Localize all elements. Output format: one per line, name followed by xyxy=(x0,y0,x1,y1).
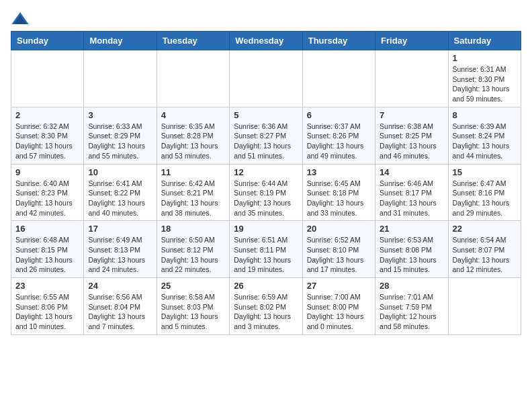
day-info: Sunrise: 6:59 AM Sunset: 8:02 PM Dayligh… xyxy=(234,292,298,332)
calendar-day-cell xyxy=(84,50,157,107)
day-number: 15 xyxy=(453,167,517,177)
calendar-day-cell xyxy=(230,50,302,107)
weekday-header: Sunday xyxy=(11,32,84,50)
day-info: Sunrise: 6:40 AM Sunset: 8:23 PM Dayligh… xyxy=(15,179,79,218)
logo xyxy=(11,11,32,26)
calendar-day-cell xyxy=(375,50,448,107)
calendar-day-cell: 20Sunrise: 6:52 AM Sunset: 8:10 PM Dayli… xyxy=(302,221,375,278)
calendar-day-cell: 19Sunrise: 6:51 AM Sunset: 8:11 PM Dayli… xyxy=(230,221,302,278)
day-number: 25 xyxy=(161,281,225,291)
weekday-header: Monday xyxy=(84,32,157,50)
day-info: Sunrise: 6:54 AM Sunset: 8:07 PM Dayligh… xyxy=(453,235,517,275)
day-info: Sunrise: 6:58 AM Sunset: 8:03 PM Dayligh… xyxy=(161,292,225,332)
calendar-day-cell: 17Sunrise: 6:49 AM Sunset: 8:13 PM Dayli… xyxy=(84,221,157,278)
day-number: 22 xyxy=(453,224,517,234)
weekday-header: Friday xyxy=(375,32,448,50)
calendar-day-cell: 28Sunrise: 7:01 AM Sunset: 7:59 PM Dayli… xyxy=(375,278,448,335)
day-number: 9 xyxy=(15,167,79,177)
calendar-day-cell: 12Sunrise: 6:44 AM Sunset: 8:19 PM Dayli… xyxy=(230,164,302,221)
calendar-day-cell xyxy=(302,50,375,107)
calendar-day-cell: 6Sunrise: 6:37 AM Sunset: 8:26 PM Daylig… xyxy=(302,107,375,164)
day-info: Sunrise: 6:53 AM Sunset: 8:08 PM Dayligh… xyxy=(380,235,443,275)
calendar-day-cell: 25Sunrise: 6:58 AM Sunset: 8:03 PM Dayli… xyxy=(157,278,229,335)
calendar-day-cell: 3Sunrise: 6:33 AM Sunset: 8:29 PM Daylig… xyxy=(84,107,157,164)
day-info: Sunrise: 7:01 AM Sunset: 7:59 PM Dayligh… xyxy=(380,292,443,332)
calendar-day-cell xyxy=(157,50,229,107)
day-info: Sunrise: 6:38 AM Sunset: 8:25 PM Dayligh… xyxy=(380,122,443,161)
calendar-day-cell xyxy=(11,50,84,107)
day-info: Sunrise: 6:35 AM Sunset: 8:28 PM Dayligh… xyxy=(161,122,225,161)
day-number: 28 xyxy=(380,281,443,291)
day-number: 10 xyxy=(88,167,152,177)
day-info: Sunrise: 6:52 AM Sunset: 8:10 PM Dayligh… xyxy=(307,235,371,275)
calendar-day-cell: 23Sunrise: 6:55 AM Sunset: 8:06 PM Dayli… xyxy=(11,278,84,335)
day-number: 21 xyxy=(380,224,443,234)
day-number: 8 xyxy=(453,110,517,120)
calendar-day-cell: 27Sunrise: 7:00 AM Sunset: 8:00 PM Dayli… xyxy=(302,278,375,335)
calendar-day-cell: 26Sunrise: 6:59 AM Sunset: 8:02 PM Dayli… xyxy=(230,278,302,335)
logo-icon xyxy=(11,11,30,26)
calendar-week-row: 16Sunrise: 6:48 AM Sunset: 8:15 PM Dayli… xyxy=(11,221,521,278)
day-info: Sunrise: 6:32 AM Sunset: 8:30 PM Dayligh… xyxy=(15,122,79,161)
day-info: Sunrise: 6:46 AM Sunset: 8:17 PM Dayligh… xyxy=(380,179,443,218)
calendar-week-row: 23Sunrise: 6:55 AM Sunset: 8:06 PM Dayli… xyxy=(11,278,521,335)
day-info: Sunrise: 6:42 AM Sunset: 8:21 PM Dayligh… xyxy=(161,179,225,218)
day-number: 20 xyxy=(307,224,371,234)
day-number: 3 xyxy=(88,110,152,120)
weekday-header: Thursday xyxy=(302,32,375,50)
day-number: 6 xyxy=(307,110,371,120)
day-info: Sunrise: 6:41 AM Sunset: 8:22 PM Dayligh… xyxy=(88,179,152,218)
calendar-day-cell: 21Sunrise: 6:53 AM Sunset: 8:08 PM Dayli… xyxy=(375,221,448,278)
calendar-week-row: 1Sunrise: 6:31 AM Sunset: 8:30 PM Daylig… xyxy=(11,50,521,107)
header xyxy=(11,11,521,26)
day-number: 7 xyxy=(380,110,443,120)
weekday-header: Saturday xyxy=(448,32,521,50)
day-number: 5 xyxy=(234,110,298,120)
day-info: Sunrise: 6:51 AM Sunset: 8:11 PM Dayligh… xyxy=(234,235,298,275)
day-info: Sunrise: 7:00 AM Sunset: 8:00 PM Dayligh… xyxy=(307,292,371,332)
calendar-day-cell: 7Sunrise: 6:38 AM Sunset: 8:25 PM Daylig… xyxy=(375,107,448,164)
day-info: Sunrise: 6:47 AM Sunset: 8:16 PM Dayligh… xyxy=(453,179,517,218)
calendar-day-cell: 8Sunrise: 6:39 AM Sunset: 8:24 PM Daylig… xyxy=(448,107,521,164)
day-info: Sunrise: 6:48 AM Sunset: 8:15 PM Dayligh… xyxy=(15,235,79,275)
day-info: Sunrise: 6:39 AM Sunset: 8:24 PM Dayligh… xyxy=(453,122,517,161)
day-info: Sunrise: 6:49 AM Sunset: 8:13 PM Dayligh… xyxy=(88,235,152,275)
calendar-day-cell: 10Sunrise: 6:41 AM Sunset: 8:22 PM Dayli… xyxy=(84,164,157,221)
day-number: 4 xyxy=(161,110,225,120)
day-info: Sunrise: 6:44 AM Sunset: 8:19 PM Dayligh… xyxy=(234,179,298,218)
calendar-day-cell xyxy=(448,278,521,335)
calendar-day-cell: 15Sunrise: 6:47 AM Sunset: 8:16 PM Dayli… xyxy=(448,164,521,221)
day-info: Sunrise: 6:45 AM Sunset: 8:18 PM Dayligh… xyxy=(307,179,371,218)
calendar-week-row: 2Sunrise: 6:32 AM Sunset: 8:30 PM Daylig… xyxy=(11,107,521,164)
day-info: Sunrise: 6:50 AM Sunset: 8:12 PM Dayligh… xyxy=(161,235,225,275)
day-number: 2 xyxy=(15,110,79,120)
calendar-day-cell: 13Sunrise: 6:45 AM Sunset: 8:18 PM Dayli… xyxy=(302,164,375,221)
day-number: 26 xyxy=(234,281,298,291)
weekday-header: Wednesday xyxy=(230,32,302,50)
day-number: 24 xyxy=(88,281,152,291)
calendar-day-cell: 11Sunrise: 6:42 AM Sunset: 8:21 PM Dayli… xyxy=(157,164,229,221)
day-info: Sunrise: 6:56 AM Sunset: 8:04 PM Dayligh… xyxy=(88,292,152,332)
day-number: 1 xyxy=(453,53,517,63)
calendar-day-cell: 24Sunrise: 6:56 AM Sunset: 8:04 PM Dayli… xyxy=(84,278,157,335)
day-number: 11 xyxy=(161,167,225,177)
day-number: 18 xyxy=(161,224,225,234)
day-number: 12 xyxy=(234,167,298,177)
calendar-day-cell: 4Sunrise: 6:35 AM Sunset: 8:28 PM Daylig… xyxy=(157,107,229,164)
day-info: Sunrise: 6:37 AM Sunset: 8:26 PM Dayligh… xyxy=(307,122,371,161)
calendar-day-cell: 18Sunrise: 6:50 AM Sunset: 8:12 PM Dayli… xyxy=(157,221,229,278)
calendar-day-cell: 9Sunrise: 6:40 AM Sunset: 8:23 PM Daylig… xyxy=(11,164,84,221)
calendar-day-cell: 2Sunrise: 6:32 AM Sunset: 8:30 PM Daylig… xyxy=(11,107,84,164)
day-info: Sunrise: 6:55 AM Sunset: 8:06 PM Dayligh… xyxy=(15,292,79,332)
calendar-day-cell: 1Sunrise: 6:31 AM Sunset: 8:30 PM Daylig… xyxy=(448,50,521,107)
calendar-day-cell: 5Sunrise: 6:36 AM Sunset: 8:27 PM Daylig… xyxy=(230,107,302,164)
calendar-header-row: SundayMondayTuesdayWednesdayThursdayFrid… xyxy=(11,32,521,50)
day-number: 16 xyxy=(15,224,79,234)
day-number: 14 xyxy=(380,167,443,177)
calendar-day-cell: 22Sunrise: 6:54 AM Sunset: 8:07 PM Dayli… xyxy=(448,221,521,278)
day-number: 13 xyxy=(307,167,371,177)
day-info: Sunrise: 6:33 AM Sunset: 8:29 PM Dayligh… xyxy=(88,122,152,161)
day-info: Sunrise: 6:31 AM Sunset: 8:30 PM Dayligh… xyxy=(453,64,517,104)
day-info: Sunrise: 6:36 AM Sunset: 8:27 PM Dayligh… xyxy=(234,122,298,161)
weekday-header: Tuesday xyxy=(157,32,229,50)
